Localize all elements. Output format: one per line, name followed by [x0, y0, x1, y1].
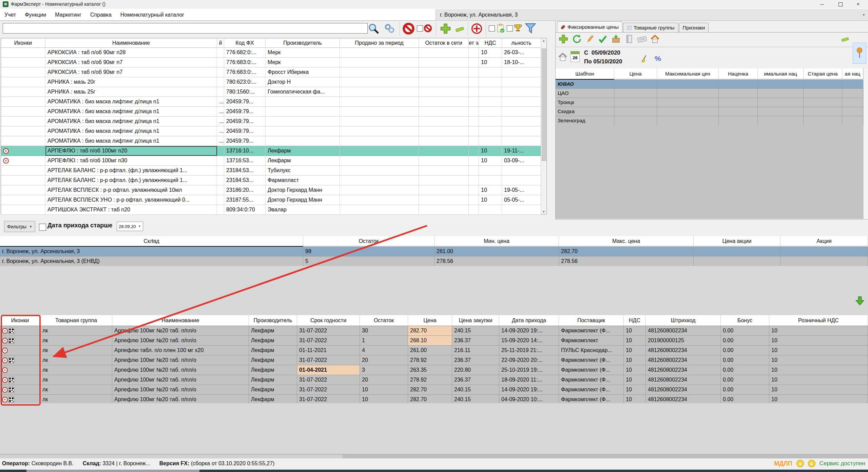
table-row[interactable]: + лк Арпефлю 100мг №20 таб. п/пл/о Лекфа… — [0, 375, 868, 385]
tab-product-groups[interactable]: Товарные группы — [623, 23, 678, 32]
percent-icon[interactable]: % — [655, 55, 661, 63]
col-stock[interactable]: Остаток — [360, 315, 408, 326]
col-max-price[interactable]: Макс. цена — [559, 236, 694, 246]
home-orange-icon[interactable] — [650, 34, 660, 44]
row-name[interactable]: АРТЕЛАК БАЛАНС : р-р офтал. (фл.) увлажн… — [45, 176, 217, 185]
table-row[interactable]: + АРПЕФЛЮ : таб п/об 100мг n30 13716:53.… — [1, 156, 546, 166]
col-barcode[interactable]: Штрихкод — [646, 315, 721, 326]
row-name[interactable]: АРТЕЛАК ВСПЛЕСК УНО : р-р офтал. увлажня… — [45, 195, 217, 205]
col-template[interactable]: ∨Шаблон — [556, 68, 614, 80]
col-supplier[interactable]: Поставщик — [559, 315, 624, 326]
scrollbar-thumb[interactable] — [0, 455, 343, 458]
col-stock[interactable]: Остаток — [303, 236, 435, 246]
col-price[interactable]: Цена — [614, 68, 657, 79]
menu-nomenklaturny-katalog[interactable]: Номенклатурный каталог — [116, 9, 189, 20]
table-row[interactable]: ЦАО — [556, 89, 868, 98]
pin-button[interactable] — [853, 43, 866, 64]
row-name[interactable]: АРОМАТИКА : био маска лифтинг д/лица n1 — [45, 126, 217, 136]
lot-name[interactable]: Арпефлю 100мг №20 таб. п/пл/о — [112, 375, 249, 385]
col-nds[interactable]: НДС — [479, 38, 502, 48]
table-row[interactable]: + АРТЕЛАК БАЛАНС : р-р офтал. (фл.) увла… — [1, 166, 546, 176]
table-row[interactable]: + АРТИШОКА ЭКСТРАКТ : таб n20 809:34:0:7… — [1, 205, 546, 215]
col-price[interactable]: Цена — [408, 315, 452, 326]
filter-icon[interactable] — [524, 22, 537, 35]
template-name[interactable]: Скидка — [556, 107, 614, 116]
col-expiry[interactable]: Срок годности — [297, 315, 360, 326]
warehouse-name[interactable]: г. Воронеж, ул. Арсенальная, 3 — [0, 247, 303, 256]
table-row[interactable]: + АРОМАТИКА : био маска лифтинг д/лица n… — [1, 97, 546, 107]
block-icon[interactable] — [402, 22, 415, 35]
menu-uchet[interactable]: Учет — [0, 9, 20, 20]
table-row[interactable]: + АРОМАТИКА : био маска лифтинг д/лица n… — [1, 117, 546, 126]
link-products-icon[interactable] — [384, 23, 396, 35]
block-filter-checkbox[interactable] — [417, 25, 423, 32]
table-row[interactable]: + АРКОКСИА : таб п/об 90мг n7 776:683:0:… — [1, 58, 546, 67]
table-row[interactable]: + АРОМАТИКА : био маска лифтинг д/лица n… — [1, 136, 546, 146]
arrival-date-checkbox[interactable] — [39, 224, 46, 231]
lot-name[interactable]: Арпефлю табл. п/о плен 100 мг x20 — [112, 346, 249, 355]
col-promo[interactable]: Акция — [780, 236, 868, 246]
col-code-fh[interactable]: Код ФХ — [224, 38, 266, 48]
calendar-icon[interactable]: 26 — [571, 51, 580, 62]
table-row[interactable]: + АРТЕЛАК БАЛАНС : р-р офтал. (фл.) увла… — [1, 176, 546, 185]
col-promo-price[interactable]: Цена акции — [694, 236, 780, 246]
col-icons[interactable]: Иконки — [0, 315, 40, 326]
refresh-icon[interactable] — [572, 34, 582, 44]
table-row[interactable]: Зеленоград — [556, 116, 868, 125]
table-row[interactable]: + АРТЕЛАК ВСПЛЕСК УНО : р-р офтал. увлаж… — [1, 195, 546, 205]
col-manufacturer[interactable]: Производитель — [249, 315, 297, 326]
col-name[interactable]: Наименование — [112, 315, 249, 326]
filters-button[interactable]: Фильтры ▼ — [4, 221, 35, 232]
col-old-price[interactable]: Старая цена — [804, 68, 842, 79]
lot-name[interactable]: Арпефлю 100мг №20 таб. п/пл/о — [112, 326, 249, 336]
scrollbar-thumb[interactable] — [542, 48, 546, 161]
search-icon[interactable] — [367, 22, 380, 35]
apply-check-icon[interactable] — [598, 34, 608, 44]
lot-name[interactable]: Арпефлю 100мг №20 таб. п/пл/о — [112, 355, 249, 365]
lot-name[interactable]: Арпефлю 100мг №20 таб. п/пл/о — [112, 385, 249, 395]
lot-name[interactable]: Арпефлю 100мг №20 таб. п/пл/о — [112, 336, 249, 346]
col-nds[interactable]: НДС — [624, 315, 646, 326]
tab-attributes[interactable]: Признаки — [679, 23, 709, 32]
row-name[interactable]: АРНИКА : мазь 25г — [45, 87, 217, 97]
table-row[interactable]: Скидка — [556, 107, 868, 116]
row-name[interactable]: АРНИКА : мазь 20г — [45, 77, 217, 87]
col-retail-nds[interactable]: Розничный НДС — [769, 315, 868, 326]
house-icon[interactable] — [558, 52, 568, 62]
table-row[interactable]: + АРТЕЛАК ВСПЛЕСК : р-р офтал. увлажняющ… — [1, 185, 546, 195]
table-row[interactable]: + лк Арпефлю 100мг №20 таб. п/пл/о Лекфа… — [0, 326, 868, 336]
col-manufacturer[interactable]: Производитель — [266, 38, 340, 48]
table-row[interactable]: + АРКОКСИА : таб п/об 90мг n7 776:683:0:… — [1, 67, 546, 77]
block-small-icon[interactable] — [424, 24, 432, 33]
binder-icon[interactable] — [624, 34, 634, 44]
table-row[interactable]: + лк Арпефлю 100мг №20 таб. п/пл/о Лекфа… — [0, 365, 868, 375]
clipboard-checkbox[interactable] — [489, 25, 495, 32]
load-down-arrow-button[interactable] — [854, 295, 865, 306]
edit-pencil-icon[interactable] — [585, 34, 595, 44]
table-row[interactable]: + лк Арпефлю 100мг №20 таб. п/пл/о Лекфа… — [0, 355, 868, 365]
tab-fixed-prices[interactable]: Фиксированные цены — [557, 21, 622, 32]
period-dates[interactable]: С 05/09/2020 По 05/10/2020 — [584, 48, 622, 66]
row-name[interactable]: АРОМАТИКА : био маска лифтинг д/лица n1 — [45, 136, 217, 146]
row-name[interactable]: АРОМАТИКА : био маска лифтинг д/лица n1 — [45, 107, 217, 117]
template-name[interactable]: ЮВАО — [556, 80, 614, 89]
horizontal-scrollbar[interactable] — [0, 454, 868, 459]
period-to-value[interactable]: 05/10/2020 — [593, 58, 622, 65]
menu-spravka[interactable]: Справка — [86, 9, 116, 20]
row-name[interactable]: АРКОКСИА : таб п/об 90мг n28 — [45, 48, 217, 58]
col-icons[interactable]: Иконки — [1, 38, 45, 48]
arrival-date-combo[interactable]: 28.09.20 ▼ — [117, 222, 143, 231]
unpack-box-icon[interactable] — [611, 34, 621, 44]
row-name[interactable]: АРПЕФЛЮ : таб п/об 100мг n20 — [45, 146, 217, 156]
row-name[interactable]: АРКОКСИА : таб п/об 90мг n7 — [45, 58, 217, 67]
row-name[interactable]: АРТЕЛАК ВСПЛЕСК : р-р офтал. увлажняющий… — [45, 185, 217, 195]
col-arrival-date[interactable]: Дата прихода — [499, 315, 559, 326]
add-icon[interactable] — [440, 23, 451, 35]
clipboard-check-icon[interactable] — [496, 23, 505, 33]
trophy-icon[interactable] — [513, 23, 523, 33]
col-stock-network[interactable]: Остаток в сети — [419, 38, 469, 48]
maximize-button[interactable] — [832, 0, 849, 9]
col-old-markup[interactable]: ая нац — [842, 68, 863, 79]
col-min-price[interactable]: Мин. цена — [435, 236, 559, 246]
add-icon[interactable] — [558, 34, 568, 44]
